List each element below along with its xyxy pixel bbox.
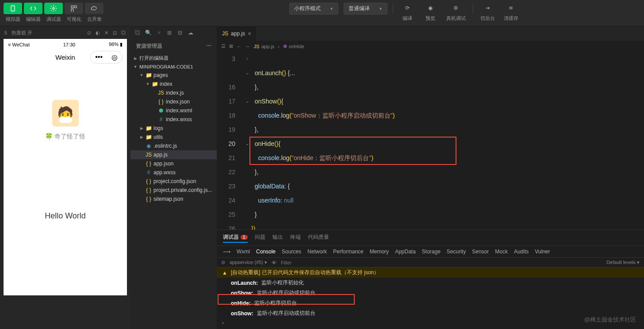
bottom-panel: 调试器1 问题 输出 终端 代码质量 ⟶ WxmlConsoleSourcesN…	[217, 230, 644, 329]
tool-icon[interactable]: ⊟	[176, 29, 184, 36]
page-title: Weixin	[55, 54, 75, 61]
preview-button[interactable]: ◉预览	[422, 3, 439, 22]
panel-tab-problems[interactable]: 问题	[255, 233, 265, 243]
visualize-toggle[interactable]	[65, 3, 83, 14]
devtab-audits[interactable]: Audits	[514, 249, 529, 255]
background-button[interactable]: ⇥切后台	[479, 3, 497, 22]
bc-icon[interactable]: ☰	[221, 43, 226, 49]
tree-item[interactable]: ▼📁index	[130, 80, 217, 88]
label: 调试器	[44, 16, 63, 23]
sim-tool-icon[interactable]: ⿻	[121, 30, 126, 35]
sim-tool-icon[interactable]: ⊙	[87, 30, 91, 36]
project-root[interactable]: ▼MINIPROGRAM-CODE1	[130, 63, 217, 71]
carrier-label: WeChat	[12, 42, 30, 47]
panel-tab-terminal[interactable]: 终端	[290, 233, 301, 243]
tool-icon[interactable]: ☁	[187, 29, 194, 36]
devtab-mock[interactable]: Mock	[495, 249, 508, 255]
panel-tab-debugger[interactable]: 调试器1	[223, 233, 248, 243]
code-editor[interactable]: 31617181920212223242526 ›⌄⌄⌄ onLaunch() …	[217, 52, 644, 230]
devtab-network[interactable]: Network	[307, 249, 327, 255]
devtab-sources[interactable]: Sources	[282, 249, 301, 255]
sim-tool-icon[interactable]: ◐	[96, 30, 100, 36]
tree-item[interactable]: JSapp.js	[130, 150, 217, 159]
tree-item[interactable]: { }index.json	[130, 97, 217, 106]
label: 可视化	[65, 16, 83, 23]
devtab-security[interactable]: Security	[447, 249, 466, 255]
svg-rect-4	[71, 9, 73, 12]
console-line: ▲[自动热重载] 已开启代码文件保存后自动热重载（不支持 json）	[217, 268, 644, 278]
compile-dropdown[interactable]: 普通编译▼	[344, 3, 387, 15]
tree-item[interactable]: ▼📁pages	[130, 71, 217, 80]
tree-item[interactable]: { }sitemap.json	[130, 195, 217, 203]
console-line: onHide:监听小程序切后台	[217, 298, 644, 308]
log-levels-select[interactable]: Default levels ▾	[606, 260, 640, 265]
context-select[interactable]: appservice (#5) ▾	[230, 260, 267, 265]
tree-item[interactable]: ▶📁logs	[130, 124, 217, 133]
simulator-toggle[interactable]	[4, 3, 22, 14]
tree-item[interactable]: ◉.eslintrc.js	[130, 142, 217, 150]
simulator-screen: ≡ WeChat 17:30 98% ▮ Weixin •••◎ 🧑 🍀奇了怪了…	[4, 39, 127, 295]
svg-rect-3	[74, 6, 77, 8]
editor-toggle[interactable]	[24, 3, 42, 14]
clear-cache-button[interactable]: ≋清缓存	[502, 3, 520, 22]
compile-button[interactable]: ⟳编译	[399, 3, 416, 22]
breadcrumb-file[interactable]: JSapp.js	[253, 44, 274, 49]
tree-item[interactable]: { }app.json	[130, 159, 217, 168]
tree-item[interactable]: #index.wxss	[130, 115, 217, 124]
devtab-console[interactable]: Console	[256, 249, 276, 255]
bc-back-icon[interactable]: ←	[237, 44, 242, 49]
devtab-sensor[interactable]: Sensor	[472, 249, 489, 255]
explorer-title: 资源管理器	[136, 42, 162, 50]
breadcrumb-symbol[interactable]: ⊕onHide	[283, 43, 304, 49]
remote-debug-button[interactable]: ⚙真机调试	[445, 3, 468, 22]
hot-reload-label[interactable]: 热重载 开	[12, 30, 32, 36]
bc-forward-icon[interactable]: →	[245, 44, 250, 49]
devtab-vulner[interactable]: Vulner	[535, 249, 550, 255]
sim-tool-icon[interactable]: ⊡	[113, 30, 117, 36]
open-editors-section[interactable]: ▶打开的编辑器	[130, 54, 217, 63]
svg-point-1	[53, 8, 54, 9]
battery-label: 98% ▮	[109, 42, 123, 47]
label: 模拟器	[4, 16, 22, 23]
devtab-performance[interactable]: Performance	[333, 249, 364, 255]
filter-input[interactable]	[281, 260, 369, 265]
panel-tab-quality[interactable]: 代码质量	[308, 233, 329, 243]
explorer-icon[interactable]: ⿻	[134, 29, 141, 36]
search-icon[interactable]: 🔍	[145, 29, 152, 36]
eye-icon[interactable]: 👁	[272, 260, 276, 265]
tree-item[interactable]: #app.wxss	[130, 168, 217, 177]
devtab-appdata[interactable]: AppData	[395, 249, 416, 255]
devtab-memory[interactable]: Memory	[370, 249, 389, 255]
mode-dropdown[interactable]: 小程序模式▼	[289, 3, 338, 15]
devtab-storage[interactable]: Storage	[422, 249, 441, 255]
editor-area: JS app.js × ☰ ⊞ ← → JSapp.js › ⊕onHide 3…	[217, 27, 644, 329]
devtab-wxml[interactable]: Wxml	[237, 249, 250, 255]
nickname-label: 🍀奇了怪了怪	[45, 133, 85, 141]
branch-icon[interactable]: ⑂	[155, 29, 162, 36]
simulator-panel: 5 热重载 开 ⊙ ◐ ✕ ⊡ ⿻ ≡ WeChat 17:30 98% ▮ W…	[0, 27, 130, 329]
label: 编辑器	[24, 16, 42, 23]
more-icon[interactable]: ⋯	[206, 42, 211, 50]
tab-app-js[interactable]: JS app.js ×	[217, 27, 257, 41]
panel-tab-output[interactable]: 输出	[272, 233, 283, 243]
svg-rect-0	[11, 6, 15, 11]
debugger-toggle[interactable]	[44, 3, 63, 14]
sim-tool-icon[interactable]: ✕	[104, 30, 108, 36]
avatar[interactable]: 🧑	[52, 100, 79, 126]
tree-item[interactable]: { }project.config.json	[130, 177, 217, 186]
capsule-menu[interactable]: •••◎	[90, 51, 123, 64]
file-tree: ▶打开的编辑器 ▼MINIPROGRAM-CODE1 ▼📁pages▼📁inde…	[130, 54, 217, 329]
devtools-icon[interactable]: ⟶	[223, 249, 230, 255]
tree-item[interactable]: { }project.private.config.js...	[130, 186, 217, 195]
console-line: onLaunch:监听小程序初始化	[217, 278, 644, 288]
clear-console-icon[interactable]: ⊘	[221, 260, 225, 265]
cloud-dev-toggle[interactable]	[85, 3, 104, 14]
tree-item[interactable]: ▶📁utils	[130, 133, 217, 142]
console-line: onShow:监听小程序启动或切前台	[217, 308, 644, 318]
extensions-icon[interactable]: ⊞	[166, 29, 173, 36]
tree-item[interactable]: ⬢index.wxml	[130, 106, 217, 115]
tree-item[interactable]: JSindex.js	[130, 88, 217, 97]
explorer-panel: ⿻ 🔍 ⑂ ⊞ ⊟ ☁ 资源管理器⋯ ▶打开的编辑器 ▼MINIPROGRAM-…	[130, 27, 217, 329]
bc-icon[interactable]: ⊞	[229, 43, 233, 49]
close-icon[interactable]: ×	[248, 30, 251, 37]
